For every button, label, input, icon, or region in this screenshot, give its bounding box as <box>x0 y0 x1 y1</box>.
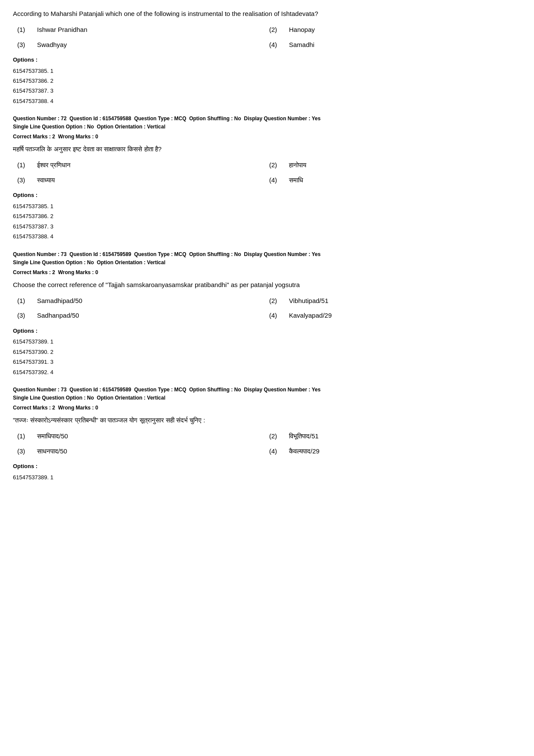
option-text: Kavalyapad/29 <box>289 311 332 321</box>
option-num: (4) <box>269 40 282 50</box>
options-grid: (1) ईश्वर प्रणिधान (2) हानोपाय (3) स्वाध… <box>13 160 521 185</box>
option-item: (2) हानोपाय <box>269 160 521 170</box>
options-list: 61547537389. 1 <box>13 472 521 482</box>
options-list: 61547537385. 1 61547537386. 2 6154753738… <box>13 66 521 106</box>
option-item: (4) Samadhi <box>269 40 521 50</box>
option-text: Sadhanpad/50 <box>37 311 79 321</box>
option-num: (2) <box>269 431 282 441</box>
meta-line2: Single Line Question Option : No Option … <box>13 394 521 402</box>
question-section-q73-en: Choose the correct reference of "Tajjah … <box>13 280 521 377</box>
option-item: (4) समाधि <box>269 175 521 185</box>
option-item: (3) Sadhanpad/50 <box>17 311 269 321</box>
option-item: (2) Vibhutipad/51 <box>269 296 521 306</box>
option-item: (1) ईश्वर प्रणिधान <box>17 160 269 170</box>
option-item: (4) कैवल्यपाद/29 <box>269 447 521 456</box>
option-num: (3) <box>17 40 30 50</box>
options-section: Options : 61547537389. 1 <box>13 462 521 482</box>
options-list: 61547537385. 1 61547537386. 2 6154753738… <box>13 201 521 242</box>
option-list-item: 61547537386. 2 <box>13 76 521 86</box>
options-grid: (1) Ishwar Pranidhan (2) Hanopay (3) Swa… <box>13 25 521 50</box>
option-item: (1) समाधिपाद/50 <box>17 431 269 441</box>
option-text: समाधिपाद/50 <box>37 431 68 441</box>
question-text: Choose the correct reference of "Tajjah … <box>13 280 521 290</box>
option-num: (4) <box>269 175 282 185</box>
question-section-q73-hi: "तज्जः संस्कारोऽन्यसंस्कार प्रतिबन्धी" क… <box>13 415 521 482</box>
meta-line1: Question Number : 72 Question Id : 61547… <box>13 115 521 123</box>
option-item: (2) Hanopay <box>269 25 521 35</box>
option-num: (1) <box>17 160 30 170</box>
option-text: स्वाध्याय <box>37 175 55 185</box>
correct-marks-q73: Correct Marks : 2 Wrong Marks : 0 <box>13 269 521 276</box>
option-item: (3) स्वाध्याय <box>17 175 269 185</box>
option-list-item: 61547537385. 1 <box>13 201 521 211</box>
option-num: (3) <box>17 311 30 321</box>
option-list-item: 61547537392. 4 <box>13 367 521 377</box>
option-num: (1) <box>17 25 30 35</box>
option-list-item: 61547537389. 1 <box>13 472 521 482</box>
question-section-q72-hi: महर्षि पतञ्जलि के अनुसार इष्ट देवता का स… <box>13 144 521 241</box>
option-item: (4) Kavalyapad/29 <box>269 311 521 321</box>
option-list-item: 61547537387. 3 <box>13 222 521 231</box>
option-num: (2) <box>269 160 282 170</box>
option-text: Vibhutipad/51 <box>289 296 328 306</box>
option-text: विभूतिपाद/51 <box>289 431 319 441</box>
option-num: (3) <box>17 175 30 185</box>
meta-line1: Question Number : 73 Question Id : 61547… <box>13 250 521 259</box>
option-list-item: 61547537389. 1 <box>13 337 521 347</box>
question-meta-q72: Question Number : 72 Question Id : 61547… <box>13 115 521 131</box>
option-item: (2) विभूतिपाद/51 <box>269 431 521 441</box>
option-list-item: 61547537385. 1 <box>13 66 521 76</box>
option-text: ईश्वर प्रणिधान <box>37 160 71 170</box>
question-text: महर्षि पतञ्जलि के अनुसार इष्ट देवता का स… <box>13 144 521 154</box>
question-text: "तज्जः संस्कारोऽन्यसंस्कार प्रतिबन्धी" क… <box>13 415 521 425</box>
correct-marks-q72: Correct Marks : 2 Wrong Marks : 0 <box>13 133 521 141</box>
options-label: Options : <box>13 327 521 335</box>
option-text: Hanopay <box>289 25 315 35</box>
question-meta-q73: Question Number : 73 Question Id : 61547… <box>13 250 521 267</box>
option-item: (1) Samadhipad/50 <box>17 296 269 306</box>
option-list-item: 61547537388. 4 <box>13 231 521 241</box>
correct-marks-q73-2: Correct Marks : 2 Wrong Marks : 0 <box>13 404 521 412</box>
question-text: According to Maharshi Patanjali which on… <box>13 9 521 19</box>
options-section: Options : 61547537389. 1 61547537390. 2 … <box>13 327 521 377</box>
option-text: Samadhi <box>289 40 314 50</box>
options-label: Options : <box>13 462 521 471</box>
meta-line1: Question Number : 73 Question Id : 61547… <box>13 386 521 394</box>
option-num: (1) <box>17 296 30 306</box>
option-num: (2) <box>269 296 282 306</box>
option-text: साधनपाद/50 <box>37 447 67 456</box>
options-grid: (1) समाधिपाद/50 (2) विभूतिपाद/51 (3) साध… <box>13 431 521 456</box>
options-label: Options : <box>13 56 521 64</box>
option-num: (1) <box>17 431 30 441</box>
option-text: कैवल्यपाद/29 <box>289 447 320 456</box>
meta-line2: Single Line Question Option : No Option … <box>13 123 521 131</box>
option-num: (3) <box>17 447 30 456</box>
options-list: 61547537389. 1 61547537390. 2 6154753739… <box>13 337 521 377</box>
option-item: (1) Ishwar Pranidhan <box>17 25 269 35</box>
options-section: Options : 61547537385. 1 61547537386. 2 … <box>13 191 521 241</box>
option-num: (4) <box>269 447 282 456</box>
options-grid: (1) Samadhipad/50 (2) Vibhutipad/51 (3) … <box>13 296 521 321</box>
option-list-item: 61547537391. 3 <box>13 357 521 367</box>
option-num: (2) <box>269 25 282 35</box>
option-text: Swadhyay <box>37 40 67 50</box>
option-list-item: 61547537386. 2 <box>13 211 521 221</box>
option-item: (3) साधनपाद/50 <box>17 447 269 456</box>
option-list-item: 61547537390. 2 <box>13 347 521 357</box>
option-item: (3) Swadhyay <box>17 40 269 50</box>
option-num: (4) <box>269 311 282 321</box>
option-text: समाधि <box>289 175 303 185</box>
option-text: Ishwar Pranidhan <box>37 25 87 35</box>
option-text: Samadhipad/50 <box>37 296 82 306</box>
options-label: Options : <box>13 191 521 200</box>
meta-line2: Single Line Question Option : No Option … <box>13 259 521 267</box>
options-section: Options : 61547537385. 1 61547537386. 2 … <box>13 56 521 106</box>
question-section-q71-en: According to Maharshi Patanjali which on… <box>13 9 521 106</box>
option-list-item: 61547537388. 4 <box>13 96 521 106</box>
option-text: हानोपाय <box>289 160 306 170</box>
option-list-item: 61547537387. 3 <box>13 86 521 96</box>
question-meta-q73-2: Question Number : 73 Question Id : 61547… <box>13 386 521 402</box>
